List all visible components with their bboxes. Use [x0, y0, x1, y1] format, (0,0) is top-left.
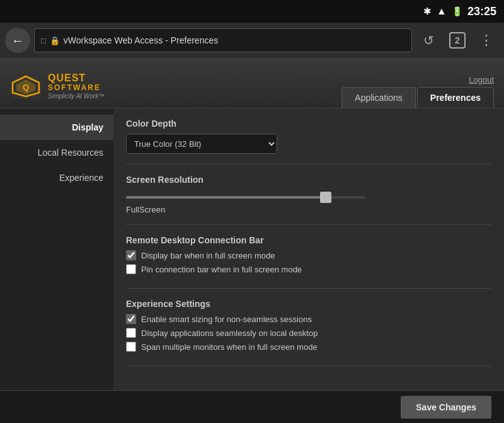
tabs-row: Applications Preferences: [340, 87, 494, 108]
experience-section: Experience Settings Enable smart sizing …: [126, 299, 491, 366]
url-text: vWorkspace Web Access - Preferences: [64, 35, 218, 45]
svg-text:Q: Q: [23, 83, 29, 92]
logo-area: Q QUEST SOFTWARE Simplicity At Work™: [10, 73, 105, 108]
quest-brand: QUEST: [48, 73, 105, 83]
tab-count-badge: 2: [449, 32, 466, 49]
exp-checkbox3-row: Span multiple monitors when in full scre…: [126, 342, 491, 352]
quest-tagline: Simplicity At Work™: [48, 92, 105, 100]
exp-checkbox1[interactable]: [126, 314, 136, 324]
status-bar: ✱ ▲ 🔋 23:25: [0, 0, 504, 23]
tab-applications[interactable]: Applications: [341, 87, 416, 108]
save-changes-button[interactable]: Save Changes: [401, 396, 491, 419]
tab-preferences[interactable]: Preferences: [417, 87, 494, 108]
back-button[interactable]: ←: [5, 28, 30, 53]
rdp-bar-section: Remote Desktop Connection Bar Display ba…: [126, 235, 491, 289]
quest-software: SOFTWARE: [48, 83, 105, 92]
sidebar: Display Local Resources Experience: [0, 108, 113, 390]
status-time: 23:25: [467, 5, 496, 18]
exp-checkbox3[interactable]: [126, 342, 136, 352]
bluetooth-icon: ✱: [423, 6, 432, 17]
exp-checkbox2[interactable]: [126, 328, 136, 338]
quest-logo-icon: Q: [10, 74, 42, 99]
rdp-checkbox2-row: Pin connection bar when in full screen m…: [126, 264, 491, 274]
main-panel: Color Depth True Color (32 Bit) High Col…: [113, 108, 504, 390]
menu-button[interactable]: ⋮: [474, 28, 499, 53]
exp-checkbox2-row: Display applications seamlessly on local…: [126, 328, 491, 338]
color-depth-section: Color Depth True Color (32 Bit) High Col…: [126, 119, 491, 165]
status-icons: ✱ ▲ 🔋 23:25: [423, 5, 496, 18]
exp-checkbox2-label: Display applications seamlessly on local…: [141, 328, 318, 338]
sidebar-item-display[interactable]: Display: [0, 115, 113, 140]
sidebar-item-local-resources[interactable]: Local Resources: [0, 140, 113, 165]
exp-checkbox1-row: Enable smart sizing for non-seamless ses…: [126, 314, 491, 324]
color-depth-label: Color Depth: [126, 119, 491, 129]
content-area: Display Local Resources Experience Color…: [0, 108, 504, 390]
app-area: Q QUEST SOFTWARE Simplicity At Work™ Log…: [0, 58, 504, 423]
exp-checkbox3-label: Span multiple monitors when in full scre…: [141, 342, 318, 352]
lock-icon: 🔒: [50, 36, 60, 45]
resolution-value-label: FullScreen: [126, 205, 491, 214]
rdp-checkbox1[interactable]: [126, 250, 136, 260]
resolution-slider-wrapper: [126, 190, 365, 202]
screen-resolution-section: Screen Resolution FullScreen: [126, 175, 491, 225]
rdp-checkbox1-row: Display bar when in full screen mode: [126, 250, 491, 260]
url-bar: □ 🔒 vWorkspace Web Access - Preferences: [34, 28, 412, 52]
bottom-bar: Save Changes: [0, 390, 504, 423]
exp-checkbox1-label: Enable smart sizing for non-seamless ses…: [141, 315, 312, 324]
quest-text: QUEST SOFTWARE Simplicity At Work™: [48, 73, 105, 100]
reload-button[interactable]: ↺: [416, 28, 441, 53]
sidebar-item-experience[interactable]: Experience: [0, 165, 113, 190]
screen-resolution-label: Screen Resolution: [126, 175, 491, 185]
tab-icon: □: [41, 36, 46, 45]
color-depth-select[interactable]: True Color (32 Bit) High Color (16 Bit) …: [126, 134, 277, 154]
rdp-checkbox2[interactable]: [126, 264, 136, 274]
wifi-icon: ▲: [437, 6, 447, 17]
resolution-slider[interactable]: [126, 196, 365, 199]
rdp-bar-label: Remote Desktop Connection Bar: [126, 235, 491, 245]
app-header: Q QUEST SOFTWARE Simplicity At Work™ Log…: [0, 58, 504, 108]
rdp-checkbox1-label: Display bar when in full screen mode: [141, 251, 275, 260]
header-right: Logout Applications Preferences: [340, 75, 494, 108]
browser-bar: ← □ 🔒 vWorkspace Web Access - Preference…: [0, 23, 504, 58]
logout-link[interactable]: Logout: [469, 75, 494, 84]
rdp-checkbox2-label: Pin connection bar when in full screen m…: [141, 265, 302, 274]
tab-count-button[interactable]: 2: [445, 28, 470, 53]
experience-label: Experience Settings: [126, 299, 491, 309]
battery-icon: 🔋: [452, 6, 462, 16]
